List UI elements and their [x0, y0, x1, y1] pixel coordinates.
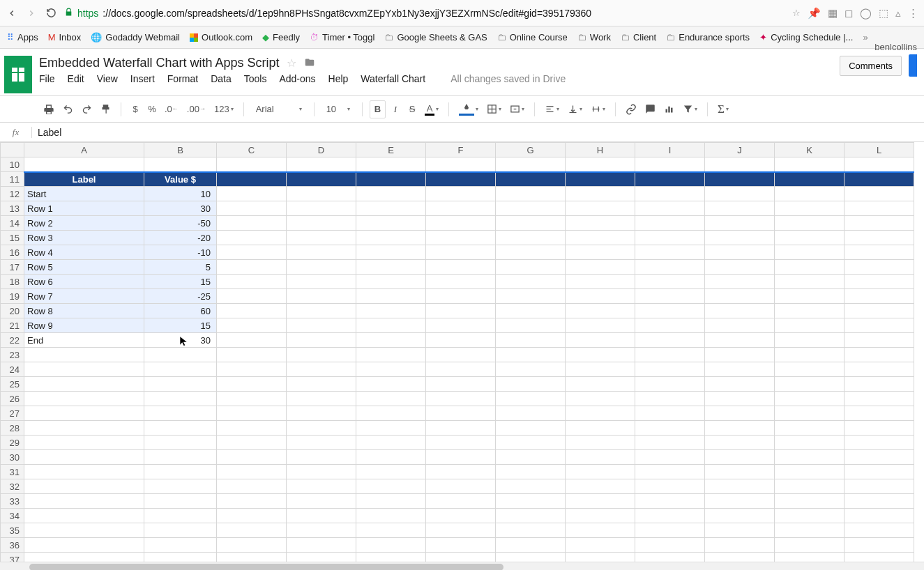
- cell-K32[interactable]: [775, 479, 845, 494]
- cell-J35[interactable]: [705, 523, 775, 538]
- cell-K11[interactable]: [775, 172, 845, 187]
- cell-C33[interactable]: [217, 494, 287, 509]
- cell-D16[interactable]: [287, 245, 356, 260]
- cell-E30[interactable]: [356, 450, 426, 465]
- cell-J36[interactable]: [705, 538, 775, 553]
- cell-J16[interactable]: [705, 245, 775, 260]
- wrap-icon[interactable]: ▾: [588, 100, 608, 118]
- formula-value[interactable]: Label: [32, 127, 61, 138]
- row-header-29[interactable]: 29: [1, 436, 24, 450]
- cell-H23[interactable]: [566, 348, 635, 362]
- cell-F11[interactable]: [426, 172, 496, 187]
- cell-G29[interactable]: [496, 436, 566, 450]
- menu-file[interactable]: File: [39, 73, 55, 84]
- row-header-10[interactable]: 10: [1, 157, 24, 172]
- cell-H25[interactable]: [566, 377, 635, 392]
- cell-L14[interactable]: [845, 216, 914, 231]
- cell-D32[interactable]: [287, 479, 356, 494]
- cell-C30[interactable]: [217, 450, 287, 465]
- cell-F28[interactable]: [426, 421, 496, 436]
- cell-L27[interactable]: [845, 406, 914, 421]
- cell-K37[interactable]: [775, 553, 845, 562]
- cell-I35[interactable]: [635, 523, 705, 538]
- cell-D37[interactable]: [287, 553, 356, 562]
- cell-K27[interactable]: [775, 406, 845, 421]
- cell-G36[interactable]: [496, 538, 566, 553]
- link-icon[interactable]: [623, 100, 639, 118]
- cell-B31[interactable]: [144, 465, 217, 479]
- reload-button[interactable]: [45, 7, 57, 20]
- cell-I14[interactable]: [635, 216, 705, 231]
- cell-D10[interactable]: [287, 157, 356, 172]
- ext-icon[interactable]: ▦: [828, 7, 838, 20]
- bookmark-item[interactable]: ✦Cycling Schedule |...: [759, 32, 853, 43]
- cell-E19[interactable]: [356, 289, 426, 304]
- cell-H36[interactable]: [566, 538, 635, 553]
- font-size-select[interactable]: 10▾: [321, 100, 355, 118]
- cell-G15[interactable]: [496, 231, 566, 245]
- cell-H30[interactable]: [566, 450, 635, 465]
- cell-I11[interactable]: [635, 172, 705, 187]
- cell-E14[interactable]: [356, 216, 426, 231]
- cell-A13[interactable]: Row 1: [24, 201, 144, 216]
- cell-A24[interactable]: [24, 362, 144, 377]
- cell-H13[interactable]: [566, 201, 635, 216]
- cell-A11[interactable]: Label: [24, 172, 144, 187]
- row-header-14[interactable]: 14: [1, 216, 24, 231]
- cell-I13[interactable]: [635, 201, 705, 216]
- cell-H21[interactable]: [566, 318, 635, 333]
- cell-D31[interactable]: [287, 465, 356, 479]
- cell-G14[interactable]: [496, 216, 566, 231]
- cell-B18[interactable]: 15: [144, 275, 217, 289]
- cell-G11[interactable]: [496, 172, 566, 187]
- cell-A37[interactable]: [24, 553, 144, 562]
- cell-D36[interactable]: [287, 538, 356, 553]
- star-icon[interactable]: ☆: [287, 56, 296, 70]
- cell-E34[interactable]: [356, 509, 426, 523]
- comments-button[interactable]: Comments: [840, 56, 902, 76]
- cell-K36[interactable]: [775, 538, 845, 553]
- cell-K19[interactable]: [775, 289, 845, 304]
- cell-E37[interactable]: [356, 553, 426, 562]
- cell-I32[interactable]: [635, 479, 705, 494]
- cell-B37[interactable]: [144, 553, 217, 562]
- cell-K29[interactable]: [775, 436, 845, 450]
- cell-K33[interactable]: [775, 494, 845, 509]
- cell-H15[interactable]: [566, 231, 635, 245]
- cell-I15[interactable]: [635, 231, 705, 245]
- cell-I33[interactable]: [635, 494, 705, 509]
- cell-C21[interactable]: [217, 318, 287, 333]
- cell-J29[interactable]: [705, 436, 775, 450]
- row-header-25[interactable]: 25: [1, 377, 24, 392]
- cell-D15[interactable]: [287, 231, 356, 245]
- cell-J14[interactable]: [705, 216, 775, 231]
- cell-F15[interactable]: [426, 231, 496, 245]
- row-header-37[interactable]: 37: [1, 553, 24, 562]
- cell-K26[interactable]: [775, 392, 845, 406]
- cell-H10[interactable]: [566, 157, 635, 172]
- col-header-J[interactable]: J: [705, 143, 775, 157]
- menu-waterfall-chart[interactable]: Waterfall Chart: [361, 73, 425, 84]
- cell-L15[interactable]: [845, 231, 914, 245]
- cell-H22[interactable]: [566, 333, 635, 348]
- cell-A32[interactable]: [24, 479, 144, 494]
- row-header-13[interactable]: 13: [1, 201, 24, 216]
- cell-A31[interactable]: [24, 465, 144, 479]
- cell-D21[interactable]: [287, 318, 356, 333]
- cell-E33[interactable]: [356, 494, 426, 509]
- col-header-L[interactable]: L: [845, 143, 914, 157]
- cell-L16[interactable]: [845, 245, 914, 260]
- cell-J24[interactable]: [705, 362, 775, 377]
- cell-J27[interactable]: [705, 406, 775, 421]
- cell-K21[interactable]: [775, 318, 845, 333]
- format-currency[interactable]: $: [128, 100, 142, 118]
- cell-G25[interactable]: [496, 377, 566, 392]
- cell-H16[interactable]: [566, 245, 635, 260]
- cell-B20[interactable]: 60: [144, 304, 217, 318]
- cell-F34[interactable]: [426, 509, 496, 523]
- bookmark-item[interactable]: 🗀Google Sheets & GAS: [384, 32, 487, 43]
- cell-C31[interactable]: [217, 465, 287, 479]
- cell-G22[interactable]: [496, 333, 566, 348]
- col-header-E[interactable]: E: [356, 143, 426, 157]
- ext-icon[interactable]: 📌: [808, 7, 821, 20]
